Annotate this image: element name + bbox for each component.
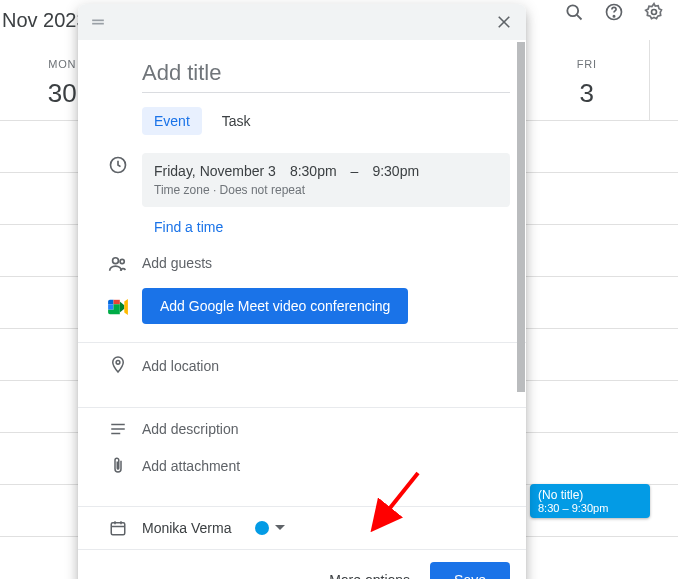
svg-line-1 — [577, 15, 582, 20]
datetime-box[interactable]: Friday, November 3 8:30pm – 9:30pm Time … — [142, 153, 510, 207]
calendar-owner-name[interactable]: Monika Verma — [142, 520, 231, 536]
svg-point-0 — [567, 5, 578, 16]
location-icon — [94, 355, 142, 377]
quick-create-modal: Event Task Friday, November 3 8:30pm – 9… — [78, 4, 526, 579]
svg-point-12 — [116, 360, 120, 364]
color-dot — [255, 521, 269, 535]
event-chip-time: 8:30 – 9:30pm — [538, 502, 642, 514]
add-guests-field[interactable]: Add guests — [142, 255, 510, 271]
add-attachment-field[interactable]: Add attachment — [142, 458, 510, 474]
gear-icon[interactable] — [642, 0, 666, 24]
drag-handle-icon[interactable] — [88, 12, 108, 32]
more-options-button[interactable]: More options — [317, 564, 422, 579]
tab-event[interactable]: Event — [142, 107, 202, 135]
google-meet-icon — [94, 296, 142, 316]
type-tabs: Event Task — [94, 107, 510, 135]
month-label: Nov 2023 — [0, 9, 88, 32]
add-meet-button[interactable]: Add Google Meet video conferencing — [142, 288, 408, 324]
notes-icon — [94, 420, 142, 438]
svg-rect-15 — [111, 433, 120, 435]
find-time-link[interactable]: Find a time — [154, 219, 223, 235]
event-start-time[interactable]: 8:30pm — [290, 163, 337, 179]
modal-footer: More options Save — [78, 549, 526, 579]
save-button[interactable]: Save — [430, 562, 510, 579]
calendar-event-chip[interactable]: (No title) 8:30 – 9:30pm — [530, 484, 650, 518]
svg-point-10 — [113, 258, 119, 264]
day-label: FRI — [525, 58, 649, 70]
day-column-gutter — [650, 40, 678, 120]
event-end-time[interactable]: 9:30pm — [372, 163, 419, 179]
svg-rect-14 — [111, 428, 125, 430]
attachment-icon — [94, 456, 142, 476]
guests-row: Add guests — [94, 252, 510, 274]
repeat-link[interactable]: Does not repeat — [220, 183, 305, 197]
location-row: Add location — [78, 343, 526, 389]
add-location-field[interactable]: Add location — [142, 358, 510, 374]
calendar-color-picker[interactable] — [255, 521, 285, 535]
event-chip-title: (No title) — [538, 488, 642, 502]
svg-rect-6 — [92, 23, 104, 25]
meet-row: Add Google Meet video conferencing — [94, 288, 510, 324]
modal-body: Event Task Friday, November 3 8:30pm – 9… — [78, 40, 526, 324]
help-icon[interactable] — [602, 0, 626, 24]
timezone-link[interactable]: Time zone — [154, 183, 210, 197]
description-row: Add description — [78, 408, 526, 450]
modal-header — [78, 4, 526, 40]
day-column-fri: FRI 3 — [525, 40, 650, 120]
event-date[interactable]: Friday, November 3 — [154, 163, 276, 179]
tab-task[interactable]: Task — [210, 107, 263, 135]
time-dash: – — [351, 163, 359, 179]
close-icon[interactable] — [492, 10, 516, 34]
title-input[interactable] — [142, 56, 510, 93]
clock-icon — [94, 153, 142, 175]
add-description-field[interactable]: Add description — [142, 421, 510, 437]
calendar-icon — [94, 519, 142, 537]
top-icons — [562, 0, 666, 24]
people-icon — [94, 252, 142, 274]
attachment-row: Add attachment — [78, 450, 526, 488]
chevron-down-icon — [275, 525, 285, 531]
day-number[interactable]: 3 — [525, 78, 649, 109]
search-icon[interactable] — [562, 0, 586, 24]
svg-rect-5 — [92, 20, 104, 22]
svg-point-11 — [120, 259, 124, 263]
svg-point-3 — [613, 16, 614, 17]
svg-point-4 — [652, 10, 657, 15]
svg-rect-13 — [111, 424, 125, 426]
datetime-row: Friday, November 3 8:30pm – 9:30pm Time … — [94, 153, 510, 236]
svg-rect-16 — [111, 523, 125, 535]
calendar-owner-row: Monika Verma — [78, 507, 526, 549]
